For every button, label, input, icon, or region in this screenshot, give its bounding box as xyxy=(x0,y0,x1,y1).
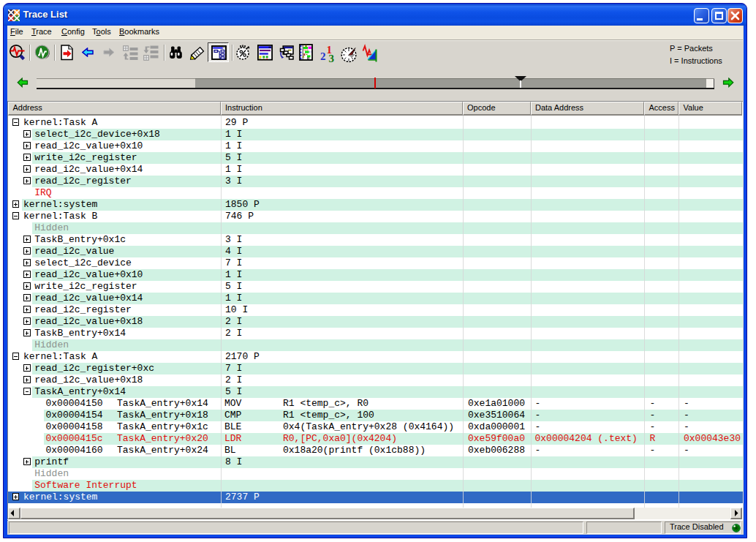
svg-text:2: 2 xyxy=(320,50,326,62)
svg-text:3: 3 xyxy=(329,53,335,63)
